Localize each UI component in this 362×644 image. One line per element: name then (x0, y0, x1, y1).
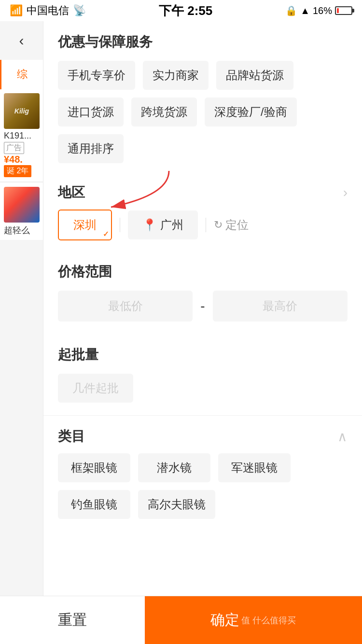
product-thumb-2 (4, 187, 40, 223)
category-tags: 框架眼镜 潜水镜 军迷眼镜 钓鱼眼镜 高尔夫眼镜 (43, 453, 362, 531)
region-chevron-right[interactable]: › (343, 185, 348, 200)
price-dash: - (200, 298, 205, 314)
region-section: 地区 › 深圳✓ 📍 广州 (43, 172, 362, 250)
category-title: 类目 (58, 427, 85, 446)
product-price-1: ¥48. (4, 154, 39, 165)
region-divider (120, 218, 120, 232)
reset-button[interactable]: 重置 (0, 596, 145, 644)
filter-panel: 优惠与保障服务 手机专享价 实力商家 品牌站货源 进口货源 跨境货源 深度验厂/… (43, 21, 362, 596)
region-divider-2 (206, 218, 206, 232)
main-layout: ‹ 综 Kilig K191... 广告 ¥48. 诞 2年 超轻么 优惠与保障… (0, 21, 362, 596)
price-max-input[interactable]: 最高价 (213, 291, 348, 322)
watermark-inline: 值 什么值得买 (241, 615, 296, 626)
tag-mobile-price[interactable]: 手机专享价 (58, 61, 135, 90)
product-ad-tag: 广告 (4, 142, 24, 154)
price-min-input[interactable]: 最低价 (58, 291, 193, 322)
product-label-2: 超轻么 (4, 224, 39, 236)
moq-title: 起批量 (58, 346, 348, 364)
carrier-label: 中国电信 (27, 3, 69, 18)
category-section: 类目 ∧ 框架眼镜 潜水镜 军迷眼镜 钓鱼眼镜 高尔夫眼镜 (43, 415, 362, 531)
lock-icon: 🔒 (285, 5, 297, 16)
battery-label: 16% (313, 5, 332, 16)
confirm-label: 确定 (210, 610, 239, 630)
tag-import-source[interactable]: 进口货源 (58, 98, 124, 126)
city-guangzhou[interactable]: 📍 广州 (128, 210, 198, 239)
cat-diving-goggles[interactable]: 潜水镜 (138, 453, 210, 482)
locate-icon: ↻ (214, 219, 223, 231)
bottom-spacer (43, 532, 362, 580)
locate-label: 定位 (225, 217, 249, 233)
city-locate[interactable]: ↻ 定位 (214, 217, 249, 233)
product-code-1: K191... (4, 131, 39, 141)
product-badge-1: 诞 2年 (4, 165, 31, 177)
tag-cross-border[interactable]: 跨境货源 (131, 98, 197, 126)
cat-fishing-glasses[interactable]: 钓鱼眼镜 (58, 490, 130, 519)
moq-input[interactable]: 几件起批 (58, 374, 133, 403)
region-header: 地区 › (43, 172, 362, 210)
wifi-icon: 📡 (73, 4, 86, 17)
tag-general-sort[interactable]: 通用排序 (58, 134, 124, 163)
region-tags: 深圳✓ 📍 广州 ↻ 定位 (43, 210, 362, 250)
price-section-title: 价格范围 (58, 263, 348, 281)
price-section: 价格范围 (43, 251, 362, 281)
battery-icon (335, 6, 352, 15)
cat-military-glasses[interactable]: 军迷眼镜 (218, 453, 291, 482)
price-min-placeholder: 最低价 (108, 298, 143, 314)
discount-section-title: 优惠与保障服务 (58, 33, 348, 51)
status-bar: 📶 中国电信 📡 下午 2:55 🔒 ▲ 16% (0, 0, 362, 21)
back-button[interactable]: ‹ (7, 26, 36, 55)
tag-brand-source[interactable]: 品牌站货源 (216, 61, 293, 90)
price-max-placeholder: 最高价 (263, 298, 297, 314)
moq-section: 起批量 几件起批 (43, 334, 362, 414)
back-icon: ‹ (19, 32, 24, 49)
time-label: 下午 2:55 (159, 2, 212, 19)
status-right: 🔒 ▲ 16% (285, 5, 352, 16)
pin-icon: 📍 (142, 218, 157, 231)
sidebar: ‹ 综 Kilig K191... 广告 ¥48. 诞 2年 超轻么 (0, 21, 43, 596)
tag-deep-verify[interactable]: 深度验厂/验商 (205, 98, 297, 126)
discount-tags: 手机专享价 实力商家 品牌站货源 进口货源 跨境货源 深度验厂/验商 通用排序 (58, 61, 348, 163)
location-icon: ▲ (300, 5, 310, 16)
category-chevron-up[interactable]: ∧ (337, 429, 348, 445)
category-header: 类目 ∧ (43, 415, 362, 453)
city-shenzhen[interactable]: 深圳✓ (58, 210, 112, 240)
moq-placeholder: 几件起批 (72, 381, 119, 394)
bottom-bar: 重置 确定 值 什么值得买 (0, 596, 362, 644)
cat-golf-glasses[interactable]: 高尔夫眼镜 (138, 490, 215, 519)
status-left: 📶 中国电信 📡 (10, 3, 86, 18)
product-thumb-1: Kilig (4, 93, 40, 129)
sidebar-tab[interactable]: 综 (0, 60, 43, 89)
region-title: 地区 (58, 183, 85, 202)
sidebar-product-1[interactable]: Kilig K191... 广告 ¥48. 诞 2年 (0, 89, 43, 181)
price-range: 最低价 - 最高价 (43, 291, 362, 333)
battery-fill (337, 8, 339, 13)
tag-strong-merchant[interactable]: 实力商家 (143, 61, 209, 90)
cat-frame-glasses[interactable]: 框架眼镜 (58, 453, 130, 482)
sidebar-product-2[interactable]: 超轻么 (0, 183, 43, 240)
reset-label: 重置 (58, 610, 87, 630)
signal-icon: 📶 (10, 4, 23, 17)
confirm-button[interactable]: 确定 值 什么值得买 (145, 596, 362, 644)
discount-section: 优惠与保障服务 手机专享价 实力商家 品牌站货源 进口货源 跨境货源 深度验厂/… (43, 21, 362, 171)
